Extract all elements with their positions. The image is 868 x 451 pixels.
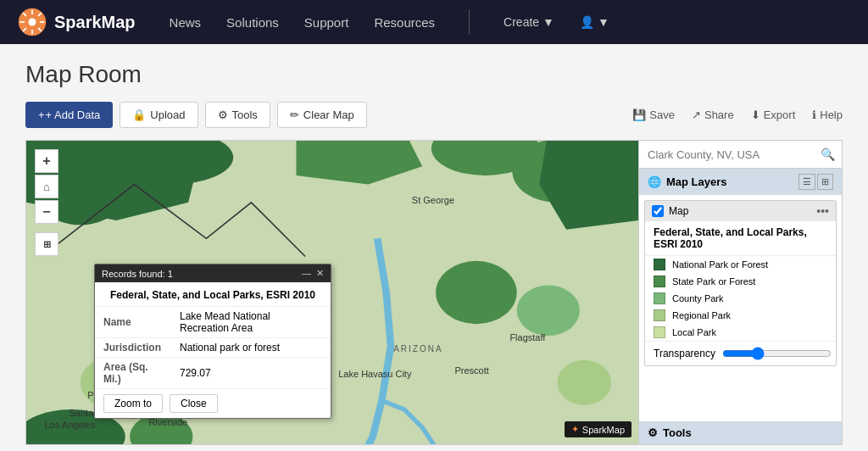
- nav-news[interactable]: News: [170, 15, 202, 30]
- user-icon: 👤: [580, 15, 594, 29]
- user-button[interactable]: 👤 ▼: [580, 15, 609, 29]
- grid-button[interactable]: ⊞: [35, 232, 58, 256]
- create-chevron-icon: ▼: [542, 15, 554, 29]
- svg-point-9: [29, 19, 36, 26]
- toolbar: + + Add Data 🔒 Upload ⚙ Tools ✏ Clear Ma…: [25, 102, 843, 128]
- table-row: Name Lake Mead National Recreation Area: [95, 307, 331, 338]
- legend-color-regional: [654, 309, 665, 321]
- popup-table: Name Lake Mead National Recreation Area …: [95, 307, 331, 389]
- legend-item-regional: Regional Park: [645, 307, 836, 324]
- share-icon: ↗: [692, 109, 701, 121]
- zoom-in-button[interactable]: +: [35, 149, 58, 173]
- popup-layer-title: Federal, State, and Local Parks, ESRI 20…: [95, 282, 331, 307]
- layer-box: Map ••• Federal, State, and Local Parks,…: [644, 200, 837, 366]
- map-popup: Records found: 1 — ✕ Federal, State, and…: [94, 264, 331, 419]
- search-button[interactable]: 🔍: [814, 141, 842, 168]
- navbar: SparkMap News Solutions Support Resource…: [0, 0, 868, 44]
- map-watermark: ✦ SparkMap: [565, 421, 632, 437]
- upload-icon: 🔒: [132, 109, 146, 121]
- zoom-to-button[interactable]: Zoom to: [103, 394, 163, 413]
- sidebar-tools: ⚙ Tools: [639, 421, 842, 444]
- field-value-area: 729.07: [171, 358, 331, 389]
- field-label-area: Area (Sq. Mi.): [95, 358, 171, 389]
- svg-point-19: [557, 360, 611, 405]
- user-chevron-icon: ▼: [598, 15, 609, 29]
- legend-item-state: State Park or Forest: [645, 273, 836, 290]
- globe-icon: 🌐: [648, 175, 661, 188]
- field-value-name: Lake Mead National Recreation Area: [171, 307, 331, 338]
- location-search-input[interactable]: [639, 142, 814, 168]
- legend-color-county: [654, 292, 665, 304]
- nav-resources[interactable]: Resources: [374, 15, 435, 30]
- popup-header: Records found: 1 — ✕: [95, 264, 331, 282]
- field-label-jurisdiction: Jurisdiction: [95, 338, 171, 358]
- nav-support[interactable]: Support: [304, 15, 349, 30]
- table-row: Jurisdiction National park or forest: [95, 338, 331, 358]
- svg-point-17: [436, 261, 517, 324]
- save-icon: 💾: [632, 109, 646, 121]
- brand-logo-icon: [17, 7, 47, 37]
- zoom-out-button[interactable]: −: [35, 200, 58, 224]
- legend-color-local: [654, 326, 665, 338]
- popup-footer: Zoom to Close: [95, 389, 331, 418]
- main-area: St George Flagstaff Prescott Palmdale Sa…: [25, 140, 843, 445]
- brand-link[interactable]: SparkMap: [17, 7, 136, 37]
- page-title: Map Room: [25, 61, 843, 88]
- clear-map-button[interactable]: ✏ Clear Map: [277, 102, 367, 128]
- map-container[interactable]: St George Flagstaff Prescott Palmdale Sa…: [25, 140, 639, 445]
- transparency-slider[interactable]: [722, 347, 832, 360]
- layer-box-header: Map •••: [645, 201, 836, 221]
- clear-icon: ✏: [290, 109, 299, 121]
- upload-button[interactable]: 🔒 Upload: [120, 102, 198, 128]
- legend-item-national: National Park or Forest: [645, 256, 836, 273]
- layer-checkbox[interactable]: [652, 205, 664, 217]
- brand-name: SparkMap: [54, 13, 136, 32]
- plus-icon: +: [38, 109, 45, 121]
- gear-icon: ⚙: [648, 426, 658, 439]
- watermark-star-icon: ✦: [571, 424, 579, 435]
- popup-records-text: Records found: 1: [102, 269, 173, 279]
- tools-icon: ⚙: [218, 109, 228, 121]
- nav-divider: [469, 9, 470, 35]
- legend-item-local: Local Park: [645, 324, 836, 341]
- map-layers-header: 🌐 Map Layers ☰ ⊞: [639, 169, 842, 195]
- export-icon: ⬇: [751, 109, 760, 121]
- layer-title: Federal, State, and Local Parks, ESRI 20…: [645, 221, 836, 256]
- svg-point-18: [517, 286, 580, 336]
- page-content: Map Room + + Add Data 🔒 Upload ⚙ Tools ✏…: [0, 44, 868, 451]
- help-icon: ℹ: [812, 109, 816, 121]
- map-controls: + ⌂ − ⊞: [35, 149, 58, 256]
- sidebar-search: 🔍: [639, 141, 842, 169]
- field-value-jurisdiction: National park or forest: [171, 338, 331, 358]
- export-button[interactable]: ⬇ Export: [751, 109, 796, 121]
- field-label-name: Name: [95, 307, 171, 338]
- transparency-section: Transparency 30%: [645, 341, 836, 365]
- legend-color-state: [654, 276, 665, 287]
- tools-button[interactable]: ⚙ Tools: [205, 102, 270, 128]
- add-data-button[interactable]: + + Add Data: [25, 102, 113, 128]
- legend-item-county: County Park: [645, 290, 836, 307]
- toolbar-right-actions: 💾 Save ↗ Share ⬇ Export ℹ Help: [632, 109, 843, 121]
- list-view-button[interactable]: ☰: [798, 174, 815, 190]
- share-button[interactable]: ↗ Share: [692, 109, 734, 121]
- save-button[interactable]: 💾 Save: [632, 109, 675, 121]
- help-button[interactable]: ℹ Help: [812, 109, 843, 121]
- sidebar: 🔍 🌐 Map Layers ☰ ⊞ Map ••• Federal, Stat…: [639, 140, 843, 445]
- popup-minimize-icon[interactable]: —: [302, 268, 311, 279]
- popup-close-button[interactable]: Close: [170, 394, 218, 413]
- table-row: Area (Sq. Mi.) 729.07: [95, 358, 331, 389]
- popup-close-icon[interactable]: ✕: [316, 268, 324, 279]
- legend-color-national: [654, 259, 665, 270]
- create-button[interactable]: Create ▼: [504, 15, 554, 29]
- layer-more-button[interactable]: •••: [816, 204, 829, 218]
- home-button[interactable]: ⌂: [35, 175, 58, 198]
- grid-view-button[interactable]: ⊞: [817, 174, 833, 190]
- nav-solutions[interactable]: Solutions: [226, 15, 279, 30]
